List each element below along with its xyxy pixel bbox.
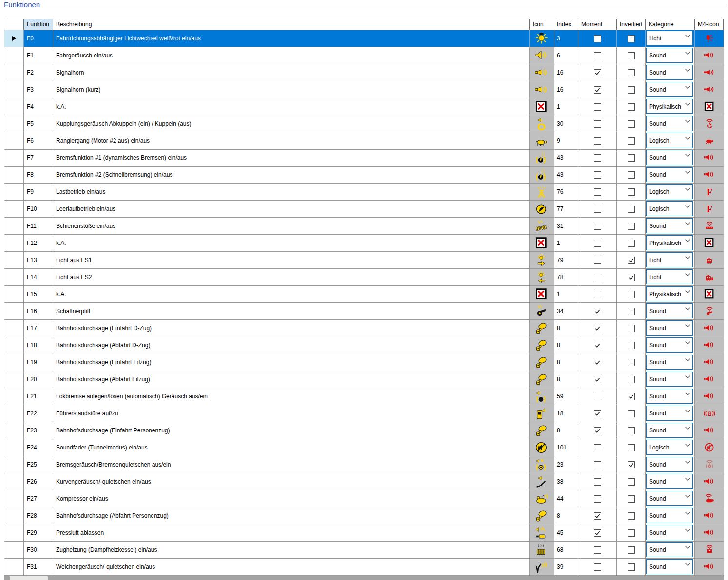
cell-beschreibung[interactable]: Bahnhofsdurchsage (Einfahrt Personenzug) — [53, 422, 530, 439]
cell-funktion[interactable]: F26 — [24, 473, 53, 490]
cell-icon[interactable] — [530, 132, 554, 150]
kategorie-select[interactable]: Sound — [646, 525, 693, 540]
cell-funktion[interactable]: F29 — [24, 524, 53, 542]
moment-checkbox[interactable] — [594, 257, 601, 264]
cell-icon[interactable] — [530, 98, 554, 115]
row-selector-cell[interactable] — [4, 405, 24, 422]
cell-beschreibung[interactable]: Bahnhofsdurchsage (Abfahrt Eilzug) — [53, 371, 530, 388]
cell-m4-icon[interactable] — [695, 30, 724, 47]
row-selector-cell[interactable] — [4, 320, 24, 337]
kategorie-select[interactable]: Sound — [646, 355, 693, 370]
cell-icon[interactable] — [530, 388, 554, 405]
cell-beschreibung[interactable]: Licht aus FS1 — [53, 252, 530, 269]
cell-beschreibung[interactable]: Bahnhofsdurchsage (Abfahrt D-Zug) — [53, 337, 530, 354]
kategorie-select[interactable]: Sound — [646, 474, 693, 489]
cell-m4-icon[interactable] — [695, 167, 724, 184]
moment-checkbox[interactable] — [594, 223, 601, 230]
invertiert-checkbox[interactable] — [628, 171, 635, 179]
moment-checkbox[interactable] — [594, 478, 601, 486]
kategorie-select[interactable]: Sound — [646, 372, 693, 387]
header-m4-icon[interactable]: M4-Icon — [695, 19, 724, 30]
row-selector-cell[interactable] — [4, 542, 24, 559]
cell-m4-icon[interactable] — [695, 132, 724, 150]
table-row[interactable]: F23 Bahnhofsdurchsage (Einfahrt Personen… — [4, 422, 724, 439]
cell-icon[interactable] — [530, 235, 554, 252]
cell-index[interactable]: 6 — [554, 47, 578, 64]
moment-checkbox[interactable] — [594, 171, 601, 179]
cell-m4-icon[interactable] — [695, 81, 724, 98]
cell-funktion[interactable]: F30 — [24, 542, 53, 559]
row-selector-cell[interactable] — [4, 422, 24, 439]
kategorie-select[interactable]: Sound — [646, 457, 693, 472]
kategorie-select[interactable]: Licht — [646, 31, 693, 46]
moment-checkbox[interactable] — [594, 512, 601, 520]
cell-funktion[interactable]: F16 — [24, 303, 53, 320]
moment-checkbox[interactable] — [594, 137, 601, 145]
moment-checkbox[interactable] — [594, 563, 601, 571]
invertiert-checkbox[interactable] — [628, 308, 635, 315]
row-selector-cell[interactable] — [4, 490, 24, 507]
cell-index[interactable]: 8 — [554, 354, 578, 371]
kategorie-select[interactable]: Sound — [646, 167, 693, 182]
cell-index[interactable]: 78 — [554, 269, 578, 286]
cell-m4-icon[interactable] — [695, 286, 724, 303]
cell-icon[interactable] — [530, 507, 554, 524]
cell-m4-icon[interactable] — [695, 235, 724, 252]
cell-icon[interactable] — [530, 422, 554, 439]
cell-icon[interactable] — [530, 286, 554, 303]
cell-beschreibung[interactable]: Soundfader (Tunnelmodus) ein/aus — [53, 439, 530, 456]
cell-icon[interactable] — [530, 542, 554, 559]
table-row[interactable]: F27 Kompressor ein/aus 44 Sound — [4, 490, 724, 507]
table-row[interactable]: F3 Signalhorn (kurz) 16 Sound — [4, 81, 724, 98]
kategorie-select[interactable]: Sound — [646, 48, 693, 63]
cell-m4-icon[interactable]: F — [695, 184, 724, 201]
invertiert-checkbox[interactable] — [628, 427, 635, 434]
cell-beschreibung[interactable]: Bahnhofsdurchsage (Einfahrt D-Zug) — [53, 320, 530, 337]
table-row[interactable]: F8 Bremsfunktion #2 (Schnellbremsung) ei… — [4, 167, 724, 184]
cell-icon[interactable] — [530, 559, 554, 576]
kategorie-select[interactable]: Logisch — [646, 201, 693, 216]
scrollbar-thumb[interactable] — [10, 576, 48, 580]
invertiert-checkbox[interactable] — [628, 257, 635, 264]
kategorie-select[interactable]: Licht — [646, 269, 693, 284]
cell-m4-icon[interactable] — [695, 252, 724, 269]
cell-index[interactable]: 68 — [554, 542, 578, 559]
invertiert-checkbox[interactable] — [628, 35, 635, 42]
cell-m4-icon[interactable] — [695, 320, 724, 337]
cell-icon[interactable] — [530, 524, 554, 542]
cell-icon[interactable] — [530, 473, 554, 490]
cell-icon[interactable] — [530, 252, 554, 269]
invertiert-checkbox[interactable] — [628, 376, 635, 383]
cell-beschreibung[interactable]: Signalhorn — [53, 64, 530, 81]
kategorie-select[interactable]: Physikalisch — [646, 235, 693, 250]
cell-funktion[interactable]: F25 — [24, 456, 53, 473]
table-row[interactable]: F1 Fahrgeräusch ein/aus 6 Sound — [4, 47, 724, 64]
cell-funktion[interactable]: F8 — [24, 167, 53, 184]
cell-icon[interactable] — [530, 218, 554, 235]
cell-funktion[interactable]: F11 — [24, 218, 53, 235]
row-selector-cell[interactable] — [4, 269, 24, 286]
cell-index[interactable]: 8 — [554, 320, 578, 337]
kategorie-select[interactable]: Logisch — [646, 440, 693, 455]
kategorie-select[interactable]: Logisch — [646, 133, 693, 148]
row-selector-cell[interactable] — [4, 184, 24, 201]
table-row[interactable]: F19 Bahnhofsdurchsage (Einfahrt Eilzug) … — [4, 354, 724, 371]
table-row[interactable]: F10 Leerlaufbetrieb ein/aus 77 Logisch F — [4, 201, 724, 218]
invertiert-checkbox[interactable] — [628, 103, 635, 111]
cell-beschreibung[interactable]: Lastbetrieb ein/aus — [53, 184, 530, 201]
cell-m4-icon[interactable] — [695, 371, 724, 388]
table-row[interactable]: F13 Licht aus FS1 79 Licht — [4, 252, 724, 269]
cell-index[interactable]: 30 — [554, 115, 578, 132]
row-selector-cell[interactable] — [4, 507, 24, 524]
cell-beschreibung[interactable]: Führerstandstüre auf/zu — [53, 405, 530, 422]
header-index[interactable]: Index — [554, 19, 578, 30]
moment-checkbox[interactable] — [594, 325, 601, 332]
cell-funktion[interactable]: F19 — [24, 354, 53, 371]
moment-checkbox[interactable] — [594, 188, 601, 196]
moment-checkbox[interactable] — [594, 376, 601, 383]
cell-beschreibung[interactable]: k.A. — [53, 235, 530, 252]
kategorie-select[interactable]: Sound — [646, 542, 693, 557]
cell-beschreibung[interactable]: Kompressor ein/aus — [53, 490, 530, 507]
invertiert-checkbox[interactable] — [628, 223, 635, 230]
table-row[interactable]: F2 Signalhorn 16 Sound — [4, 64, 724, 81]
